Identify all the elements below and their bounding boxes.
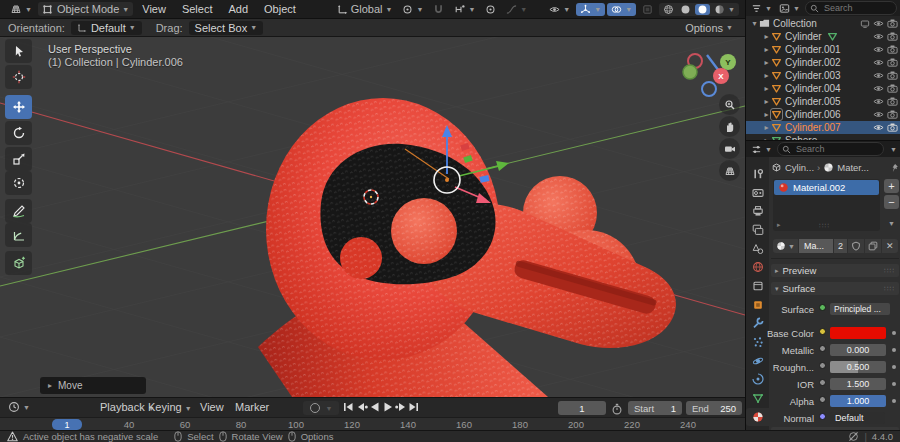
visibility-dropdown[interactable]: ▼	[545, 3, 574, 16]
material-name-field[interactable]: Ma...	[799, 239, 833, 253]
tool-rotate[interactable]	[5, 121, 32, 145]
fake-user-button[interactable]	[848, 239, 864, 253]
show-gizmo-toggle[interactable]: ▼	[576, 3, 605, 16]
timeline-menu-keying[interactable]: Keying▼	[148, 401, 192, 413]
xray-toggle[interactable]	[638, 3, 657, 16]
transform-orientation-dropdown[interactable]: Global▼	[333, 2, 397, 16]
options-dropdown[interactable]: Options▼	[681, 21, 737, 35]
viewport-pan-button[interactable]	[719, 116, 740, 137]
menu-object[interactable]: Object	[257, 2, 303, 16]
timeline-editor-type-button[interactable]: ▼	[4, 400, 34, 414]
eye-icon[interactable]	[873, 57, 884, 68]
pin-icon[interactable]	[890, 163, 900, 173]
drag-value-dropdown[interactable]: Select Box▼	[189, 21, 264, 35]
eye-icon[interactable]	[873, 70, 884, 81]
playhead[interactable]: 1	[52, 419, 82, 430]
tab-render[interactable]	[746, 184, 769, 202]
orientation-value-dropdown[interactable]: Default▼	[71, 21, 142, 35]
breadcrumb-material[interactable]: Mater...	[837, 162, 869, 173]
tool-add-cube[interactable]	[5, 251, 32, 275]
current-frame-field[interactable]: 1	[558, 401, 606, 415]
tool-select-box[interactable]	[5, 39, 32, 63]
eye-icon[interactable]	[873, 83, 884, 94]
decorator-dot[interactable]	[892, 348, 896, 352]
eye-icon[interactable]	[873, 96, 884, 107]
duplicate-material-button[interactable]	[865, 239, 881, 253]
previous-keyframe-button[interactable]	[355, 400, 368, 414]
add-material-slot-button[interactable]: +	[884, 179, 899, 193]
frame-start-field[interactable]: Start1	[628, 401, 682, 415]
outliner-row-cylinder-002[interactable]: ▸ Cylinder.002	[746, 56, 900, 69]
outliner-row-cylinder-001[interactable]: ▸ Cylinder.001	[746, 43, 900, 56]
viewport-zoom-button[interactable]	[719, 94, 740, 115]
menu-select[interactable]: Select	[175, 2, 220, 16]
camera-icon[interactable]	[887, 96, 898, 107]
panel-preview-header[interactable]: ▸ Preview ∷∷	[771, 264, 899, 277]
camera-icon[interactable]	[887, 70, 898, 81]
eye-icon[interactable]	[873, 44, 884, 55]
decorator-dot[interactable]	[892, 365, 896, 369]
tool-move[interactable]	[5, 95, 32, 119]
outliner-row-cylinder[interactable]: ▸ Cylinder	[746, 30, 900, 43]
material-slot-list[interactable]: Material.002 ▸ ∷∷	[773, 179, 880, 231]
outliner-row-cylinder-007[interactable]: ▸ Cylinder.007	[746, 121, 900, 134]
panel-surface-header[interactable]: ▾ Surface ∷∷	[771, 282, 899, 295]
timeline-ruler[interactable]: 20 40 60 80 100 120 140 160 180 200 220 …	[0, 417, 745, 430]
unlink-material-button[interactable]: ✕	[882, 239, 898, 253]
ior-slider[interactable]: 1.500	[830, 378, 886, 390]
tab-world[interactable]	[746, 258, 769, 276]
eye-icon[interactable]	[873, 18, 884, 29]
operator-panel[interactable]: ▸ Move	[40, 377, 146, 394]
slot-list-grip[interactable]: ∷∷	[819, 222, 830, 230]
decorator-dot[interactable]	[892, 399, 896, 403]
3d-scene[interactable]: Y X	[0, 37, 745, 397]
model-character[interactable]	[258, 98, 676, 397]
nav-gizmo[interactable]: Y X	[683, 54, 736, 96]
3d-viewport[interactable]: Y X User Perspective (1) Collection | Cy…	[0, 37, 745, 397]
jump-to-end-button[interactable]	[407, 400, 420, 414]
material-users-count[interactable]: 2	[834, 239, 847, 253]
properties-header-options-icon[interactable]: ▼	[890, 146, 897, 153]
show-overlays-toggle[interactable]: ▼	[607, 3, 636, 16]
outliner-display-mode-button[interactable]: ▼	[749, 3, 774, 14]
tool-annotate[interactable]	[5, 199, 32, 223]
editor-type-button[interactable]: ▼	[6, 2, 36, 16]
shading-wireframe-button[interactable]	[661, 4, 676, 15]
tab-view-layer[interactable]	[746, 221, 769, 239]
properties-editor-type-button[interactable]: ▼	[749, 144, 774, 155]
eye-icon[interactable]	[873, 109, 884, 120]
camera-icon[interactable]	[887, 31, 898, 42]
tab-collection[interactable]	[746, 277, 769, 295]
material-specials-menu[interactable]: ▼	[884, 217, 899, 229]
properties-search-input[interactable]	[794, 143, 879, 155]
auto-keying-button[interactable]: ▼	[303, 401, 339, 415]
camera-icon[interactable]	[887, 122, 898, 133]
pivot-point-dropdown[interactable]: ▼	[398, 3, 427, 16]
tool-cursor[interactable]	[5, 65, 32, 89]
metallic-slider[interactable]: 0.000	[830, 344, 886, 356]
timeline-menu-playback[interactable]: Playback▼	[100, 401, 155, 413]
tab-tool[interactable]	[746, 165, 769, 183]
proportional-edit-toggle[interactable]	[481, 3, 500, 16]
eye-icon[interactable]	[873, 31, 884, 42]
timeline-menu-view[interactable]: View	[200, 401, 224, 413]
shading-rendered-button[interactable]: ▼	[712, 4, 737, 15]
camera-icon[interactable]	[887, 83, 898, 94]
camera-icon[interactable]	[887, 57, 898, 68]
outliner-search-input[interactable]	[822, 2, 892, 14]
shading-material-button[interactable]	[695, 4, 710, 15]
proportional-falloff-dropdown[interactable]: ▼	[502, 3, 531, 16]
outliner-row-cylinder-006[interactable]: ▸ Cylinder.006	[746, 108, 900, 121]
panel-next-header[interactable]: ▸ Diff...	[771, 427, 899, 430]
menu-add[interactable]: Add	[221, 2, 255, 16]
camera-icon[interactable]	[887, 109, 898, 120]
menu-view[interactable]: View	[135, 2, 173, 16]
base-color-swatch[interactable]	[830, 327, 886, 339]
frame-end-field[interactable]: End250	[686, 401, 742, 415]
eye-icon[interactable]	[873, 122, 884, 133]
viewport-camera-button[interactable]	[719, 138, 740, 159]
camera-icon[interactable]	[887, 44, 898, 55]
outliner-row-cylinder-003[interactable]: ▸ Cylinder.003	[746, 69, 900, 82]
roughness-slider[interactable]: 0.500	[830, 361, 886, 373]
outliner-row-cylinder-004[interactable]: ▸ Cylinder.004	[746, 82, 900, 95]
